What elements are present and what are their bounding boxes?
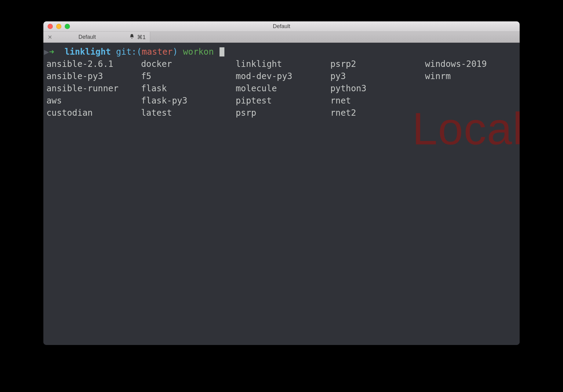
env-item: rnet: [330, 95, 425, 107]
env-item: ansible-runner: [46, 82, 141, 95]
window-title: Default: [43, 23, 520, 30]
env-item: aws: [46, 95, 141, 107]
env-item: piptest: [236, 95, 330, 107]
prompt-bracket-icon: ▶: [44, 46, 49, 58]
env-item: psrp2: [330, 58, 425, 70]
env-item: rnet2: [330, 107, 425, 119]
virtualenv-list: ansible-2.6.1 ansible-py3 ansible-runner…: [43, 58, 520, 119]
prompt-git-label: git:: [116, 46, 136, 58]
env-item: f5: [141, 70, 236, 82]
terminal-viewport[interactable]: Local ▶➜ linklight git:(master) workon a…: [43, 43, 520, 345]
env-item: windows-2019: [425, 58, 520, 70]
env-col-5: windows-2019 winrm: [425, 58, 520, 119]
prompt-git-branch: master: [142, 46, 173, 58]
tab-title: Default: [45, 34, 129, 40]
window-close-button[interactable]: [48, 24, 53, 29]
env-item: flask: [141, 82, 236, 95]
terminal-cursor: [220, 47, 224, 56]
env-item: linklight: [236, 58, 330, 70]
env-item: winrm: [425, 70, 520, 82]
env-item: latest: [141, 107, 236, 119]
tab-bar: ✕ Default ⌘1: [43, 32, 520, 43]
env-col-3: linklight mod-dev-py3 molecule piptest p…: [236, 58, 330, 119]
prompt-arrow-icon: ➜: [49, 46, 54, 58]
env-item: ansible-py3: [46, 70, 141, 82]
env-col-1: ansible-2.6.1 ansible-py3 ansible-runner…: [46, 58, 141, 119]
env-item: ansible-2.6.1: [46, 58, 141, 70]
env-item: flask-py3: [141, 95, 236, 107]
terminal-window: Default ✕ Default ⌘1 Local ▶➜ linklight …: [43, 21, 520, 345]
prompt-cwd: linklight: [64, 46, 111, 58]
window-titlebar[interactable]: Default: [43, 21, 520, 32]
bell-icon: [129, 34, 135, 41]
prompt-line: ▶➜ linklight git:(master) workon: [43, 46, 520, 58]
prompt-open-paren: (: [136, 46, 142, 58]
window-minimize-button[interactable]: [56, 24, 61, 29]
env-item: docker: [141, 58, 236, 70]
prompt-close-paren: ): [173, 46, 178, 58]
traffic-lights: [43, 24, 70, 29]
tab-shortcut: ⌘1: [137, 34, 146, 41]
env-item: py3: [330, 70, 425, 82]
env-col-2: docker f5 flask flask-py3 latest: [141, 58, 236, 119]
env-col-4: psrp2 py3 python3 rnet rnet2: [330, 58, 425, 119]
window-maximize-button[interactable]: [65, 24, 70, 29]
env-item: mod-dev-py3: [236, 70, 330, 82]
env-item: python3: [330, 82, 425, 95]
tab-default[interactable]: ✕ Default ⌘1: [43, 32, 150, 42]
prompt-command: workon: [183, 46, 214, 58]
env-item: custodian: [46, 107, 141, 119]
env-item: molecule: [236, 82, 330, 95]
env-item: psrp: [236, 107, 330, 119]
